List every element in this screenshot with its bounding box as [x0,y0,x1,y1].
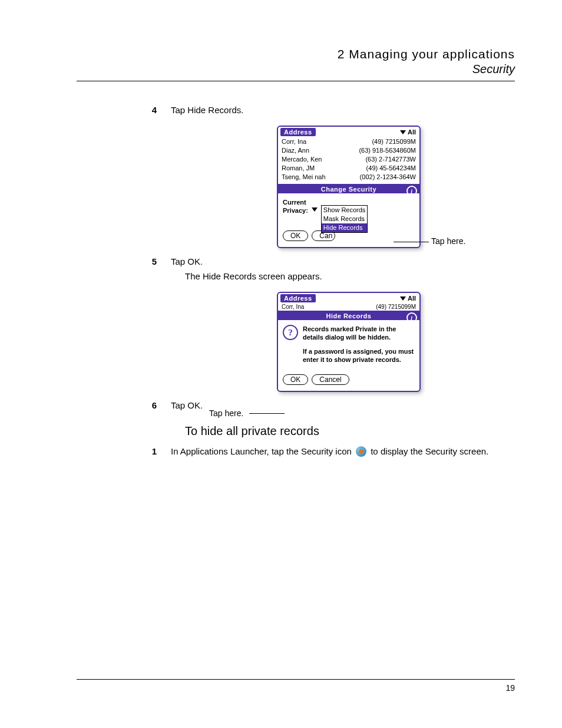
footer-rule [77,679,515,680]
privacy-label: Current Privacy: [283,198,308,215]
security-icon [356,446,366,457]
change-security-dialog: Change Security i Current Privacy: [278,184,419,247]
category-label: All [408,129,416,136]
option-mask-records[interactable]: Mask Records [322,215,368,223]
step-number: 1 [77,446,171,457]
dialog-title: Hide Records [326,312,372,319]
subheading: To hide all private records [185,424,515,438]
category-selector[interactable]: All [400,129,416,136]
step-text: Tap OK. [171,256,515,266]
address-row[interactable]: Diaz, Ann(63) 918-5634860M [278,146,419,155]
ok-button[interactable]: OK [283,230,308,241]
step-number: 4 [77,105,171,115]
callout-label: Tap here. [209,409,243,418]
address-row[interactable]: Mercado, Ken(63) 2-7142773W [278,155,419,164]
callout-line [394,242,429,242]
step-text: In Applications Launcher, tap the Securi… [171,446,515,457]
ok-button[interactable]: OK [283,374,308,385]
cancel-button[interactable]: Cancel [312,374,349,385]
step-5: 5 Tap OK. [77,256,515,266]
callout-line [249,413,285,414]
chapter-title: 2 Managing your applications [77,47,515,61]
palm-screen-hide-records: Address All Corr, Ina(49) 7215099M Hide … [277,292,421,392]
step-subtext: The Hide Records screen appears. [185,271,515,281]
category-label: All [408,295,416,302]
step-6: 6 Tap OK. [77,400,515,410]
option-hide-records[interactable]: Hide Records [322,223,368,232]
hide-records-dialog: Hide Records i ? Records marked Private … [278,311,419,391]
app-title-badge: Address [280,294,316,302]
step-number: 6 [77,400,171,410]
step-text: Tap Hide Records. [171,105,515,115]
info-icon[interactable]: i [406,186,417,196]
palm-screen-change-security: Address All Corr, Ina(49) 7215099M Diaz,… [277,126,421,248]
category-selector[interactable]: All [400,295,416,302]
info-icon[interactable]: i [406,312,417,323]
dropdown-icon [400,130,406,134]
address-row[interactable]: Corr, Ina(49) 7215099M [278,137,419,146]
dialog-message-2: If a password is assigned, you must ente… [303,347,415,364]
app-title-badge: Address [280,128,316,136]
address-row[interactable]: Roman, JM(49) 45-564234M [278,164,419,173]
dropdown-icon[interactable] [312,207,318,212]
dialog-title: Change Security [321,186,376,193]
step-number: 5 [77,256,171,266]
header-rule [77,81,515,81]
option-show-records[interactable]: Show Records [322,206,368,215]
step-4: 4 Tap Hide Records. [77,105,515,115]
address-row-peek: Corr, Ina(49) 7215099M [278,304,419,311]
section-title: Security [77,62,515,76]
step-1: 1 In Applications Launcher, tap the Secu… [77,446,515,457]
privacy-dropdown[interactable]: Show Records Mask Records Hide Records [321,205,368,233]
callout-label: Tap here. [431,236,465,246]
dialog-message-1: Records marked Private in the details di… [303,325,415,341]
question-icon: ? [283,325,298,340]
dropdown-icon [400,297,406,301]
address-row[interactable]: Tseng, Mei nah(002) 2-1234-364W [278,173,419,182]
page-number: 19 [77,683,515,693]
